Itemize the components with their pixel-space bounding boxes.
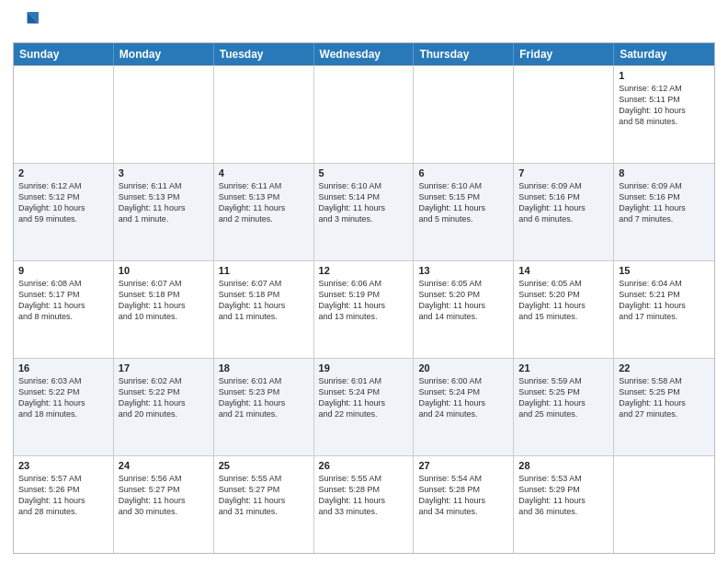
cal-cell: 27Sunrise: 5:54 AM Sunset: 5:28 PM Dayli…	[414, 456, 514, 553]
cal-header-sunday: Sunday	[14, 43, 114, 65]
cal-header-thursday: Thursday	[414, 43, 514, 65]
cal-cell: 12Sunrise: 6:06 AM Sunset: 5:19 PM Dayli…	[314, 261, 415, 358]
cal-cell: 24Sunrise: 5:56 AM Sunset: 5:27 PM Dayli…	[114, 456, 214, 553]
day-info: Sunrise: 6:06 AM Sunset: 5:19 PM Dayligh…	[319, 278, 409, 323]
day-info: Sunrise: 5:59 AM Sunset: 5:25 PM Dayligh…	[518, 375, 609, 420]
cal-cell: 7Sunrise: 6:09 AM Sunset: 5:16 PM Daylig…	[514, 164, 614, 260]
day-number: 20	[418, 362, 508, 373]
cal-week-3: 16Sunrise: 6:03 AM Sunset: 5:22 PM Dayli…	[14, 358, 714, 455]
cal-week-4: 23Sunrise: 5:57 AM Sunset: 5:26 PM Dayli…	[14, 455, 714, 553]
cal-cell	[214, 66, 314, 163]
day-info: Sunrise: 6:10 AM Sunset: 5:15 PM Dayligh…	[418, 180, 508, 225]
cal-cell: 19Sunrise: 6:01 AM Sunset: 5:24 PM Dayli…	[314, 359, 415, 455]
day-number: 4	[219, 167, 309, 178]
day-number: 3	[119, 167, 209, 178]
day-info: Sunrise: 6:12 AM Sunset: 5:11 PM Dayligh…	[619, 83, 710, 128]
cal-cell: 28Sunrise: 5:53 AM Sunset: 5:29 PM Dayli…	[514, 456, 614, 553]
cal-week-2: 9Sunrise: 6:08 AM Sunset: 5:17 PM Daylig…	[14, 260, 714, 358]
cal-cell: 11Sunrise: 6:07 AM Sunset: 5:18 PM Dayli…	[214, 261, 314, 358]
header	[13, 9, 715, 35]
cal-cell: 6Sunrise: 6:10 AM Sunset: 5:15 PM Daylig…	[414, 164, 514, 260]
cal-cell	[614, 456, 714, 553]
day-info: Sunrise: 6:02 AM Sunset: 5:22 PM Dayligh…	[119, 375, 209, 420]
day-info: Sunrise: 6:11 AM Sunset: 5:13 PM Dayligh…	[119, 180, 209, 225]
day-number: 24	[119, 460, 209, 471]
day-info: Sunrise: 6:09 AM Sunset: 5:16 PM Dayligh…	[619, 180, 710, 225]
day-number: 26	[319, 460, 409, 471]
cal-cell: 15Sunrise: 6:04 AM Sunset: 5:21 PM Dayli…	[614, 261, 714, 358]
day-number: 5	[319, 167, 409, 178]
cal-cell: 14Sunrise: 6:05 AM Sunset: 5:20 PM Dayli…	[514, 261, 614, 358]
day-number: 7	[518, 167, 609, 178]
logo-icon	[13, 9, 39, 35]
cal-cell	[414, 66, 514, 163]
day-number: 13	[418, 265, 508, 276]
day-info: Sunrise: 5:55 AM Sunset: 5:27 PM Dayligh…	[219, 473, 309, 518]
day-info: Sunrise: 5:58 AM Sunset: 5:25 PM Dayligh…	[619, 375, 710, 420]
calendar-body: 1Sunrise: 6:12 AM Sunset: 5:11 PM Daylig…	[14, 65, 714, 553]
day-number: 22	[619, 362, 710, 373]
day-number: 15	[619, 265, 710, 276]
cal-header-wednesday: Wednesday	[314, 43, 415, 65]
day-info: Sunrise: 6:00 AM Sunset: 5:24 PM Dayligh…	[418, 375, 508, 420]
day-info: Sunrise: 6:12 AM Sunset: 5:12 PM Dayligh…	[18, 180, 108, 225]
cal-week-0: 1Sunrise: 6:12 AM Sunset: 5:11 PM Daylig…	[14, 65, 714, 163]
day-info: Sunrise: 5:53 AM Sunset: 5:29 PM Dayligh…	[518, 473, 609, 518]
cal-cell: 13Sunrise: 6:05 AM Sunset: 5:20 PM Dayli…	[414, 261, 514, 358]
day-number: 18	[219, 362, 309, 373]
cal-cell: 2Sunrise: 6:12 AM Sunset: 5:12 PM Daylig…	[14, 164, 114, 260]
day-number: 21	[518, 362, 609, 373]
day-info: Sunrise: 5:56 AM Sunset: 5:27 PM Dayligh…	[119, 473, 209, 518]
day-number: 12	[319, 265, 409, 276]
logo	[13, 9, 42, 35]
day-info: Sunrise: 6:01 AM Sunset: 5:23 PM Dayligh…	[219, 375, 309, 420]
day-number: 27	[418, 460, 508, 471]
cal-header-tuesday: Tuesday	[214, 43, 314, 65]
day-number: 8	[619, 167, 710, 178]
cal-cell	[114, 66, 214, 163]
cal-cell: 23Sunrise: 5:57 AM Sunset: 5:26 PM Dayli…	[14, 456, 114, 553]
cal-header-saturday: Saturday	[614, 43, 714, 65]
day-info: Sunrise: 6:05 AM Sunset: 5:20 PM Dayligh…	[518, 278, 609, 323]
day-number: 11	[219, 265, 309, 276]
day-info: Sunrise: 6:10 AM Sunset: 5:14 PM Dayligh…	[319, 180, 409, 225]
cal-cell	[14, 66, 114, 163]
cal-cell: 25Sunrise: 5:55 AM Sunset: 5:27 PM Dayli…	[214, 456, 314, 553]
day-number: 17	[119, 362, 209, 373]
calendar-header: SundayMondayTuesdayWednesdayThursdayFrid…	[14, 43, 714, 65]
day-info: Sunrise: 6:08 AM Sunset: 5:17 PM Dayligh…	[18, 278, 108, 323]
day-number: 19	[319, 362, 409, 373]
day-info: Sunrise: 6:03 AM Sunset: 5:22 PM Dayligh…	[18, 375, 108, 420]
day-info: Sunrise: 6:01 AM Sunset: 5:24 PM Dayligh…	[319, 375, 409, 420]
cal-cell: 21Sunrise: 5:59 AM Sunset: 5:25 PM Dayli…	[514, 359, 614, 455]
cal-cell	[314, 66, 415, 163]
page: SundayMondayTuesdayWednesdayThursdayFrid…	[0, 0, 728, 563]
day-info: Sunrise: 6:05 AM Sunset: 5:20 PM Dayligh…	[418, 278, 508, 323]
day-number: 1	[619, 70, 710, 81]
cal-cell	[514, 66, 614, 163]
day-info: Sunrise: 5:57 AM Sunset: 5:26 PM Dayligh…	[18, 473, 108, 518]
day-number: 9	[18, 265, 108, 276]
cal-cell: 22Sunrise: 5:58 AM Sunset: 5:25 PM Dayli…	[614, 359, 714, 455]
day-number: 14	[518, 265, 609, 276]
day-number: 23	[18, 460, 108, 471]
day-number: 28	[518, 460, 609, 471]
calendar: SundayMondayTuesdayWednesdayThursdayFrid…	[13, 42, 715, 554]
cal-cell: 10Sunrise: 6:07 AM Sunset: 5:18 PM Dayli…	[114, 261, 214, 358]
cal-cell: 4Sunrise: 6:11 AM Sunset: 5:13 PM Daylig…	[214, 164, 314, 260]
cal-cell: 8Sunrise: 6:09 AM Sunset: 5:16 PM Daylig…	[614, 164, 714, 260]
cal-cell: 5Sunrise: 6:10 AM Sunset: 5:14 PM Daylig…	[314, 164, 415, 260]
cal-week-1: 2Sunrise: 6:12 AM Sunset: 5:12 PM Daylig…	[14, 163, 714, 260]
day-info: Sunrise: 6:09 AM Sunset: 5:16 PM Dayligh…	[518, 180, 609, 225]
cal-header-monday: Monday	[114, 43, 214, 65]
day-number: 2	[18, 167, 108, 178]
day-number: 16	[18, 362, 108, 373]
cal-header-friday: Friday	[514, 43, 614, 65]
cal-cell: 17Sunrise: 6:02 AM Sunset: 5:22 PM Dayli…	[114, 359, 214, 455]
day-number: 6	[418, 167, 508, 178]
day-number: 25	[219, 460, 309, 471]
day-info: Sunrise: 5:55 AM Sunset: 5:28 PM Dayligh…	[319, 473, 409, 518]
cal-cell: 9Sunrise: 6:08 AM Sunset: 5:17 PM Daylig…	[14, 261, 114, 358]
cal-cell: 16Sunrise: 6:03 AM Sunset: 5:22 PM Dayli…	[14, 359, 114, 455]
cal-cell: 1Sunrise: 6:12 AM Sunset: 5:11 PM Daylig…	[614, 66, 714, 163]
